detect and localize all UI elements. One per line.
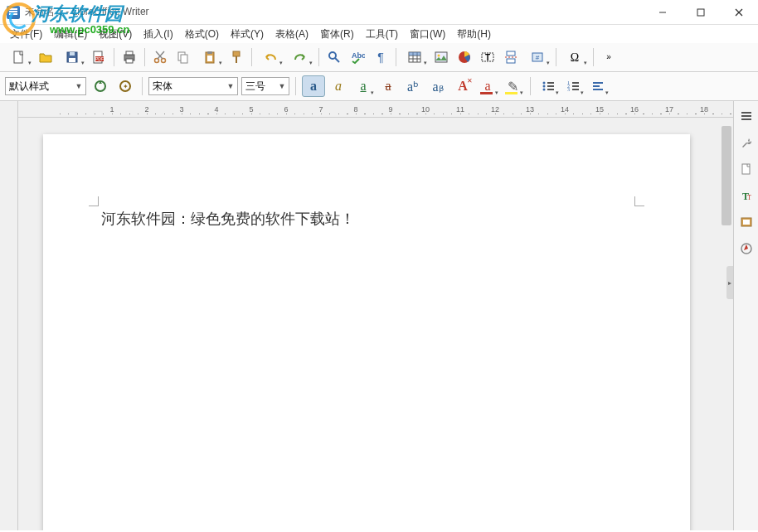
insert-special-char-button[interactable]: Ω — [561, 46, 589, 68]
insert-textbox-button[interactable]: T — [477, 46, 498, 68]
sidebar-gallery-button[interactable] — [736, 212, 756, 232]
new-style-button[interactable]: ✦ — [114, 75, 136, 97]
number-list-button[interactable]: 123 — [561, 75, 585, 97]
insert-image-button[interactable] — [430, 46, 452, 68]
menu-table[interactable]: 表格(A) — [270, 26, 313, 43]
svg-rect-21 — [233, 51, 240, 56]
toolbar-overflow[interactable]: » — [598, 46, 620, 68]
svg-point-34 — [438, 55, 440, 57]
svg-rect-38 — [507, 51, 515, 56]
bold-button[interactable]: a — [302, 75, 325, 97]
subscript-button[interactable]: aᵦ — [426, 75, 449, 97]
menu-view[interactable]: 视图(V) — [94, 26, 137, 43]
horizontal-ruler[interactable]: 123456789101112131415161718 — [18, 101, 733, 118]
ruler-tick: 9 — [373, 105, 408, 114]
undo-button[interactable] — [256, 46, 284, 68]
insert-pagebreak-button[interactable] — [500, 46, 522, 68]
svg-text:Ω: Ω — [571, 51, 579, 64]
sidebar-menu-button[interactable] — [736, 106, 756, 126]
font-size-combo[interactable]: ▼ — [241, 77, 289, 95]
menu-format[interactable]: 格式(O) — [180, 26, 224, 43]
vertical-scrollbar[interactable] — [720, 118, 733, 530]
svg-rect-22 — [236, 56, 237, 63]
close-button[interactable] — [720, 0, 758, 25]
ruler-tick: 8 — [338, 105, 373, 114]
minimize-button[interactable] — [644, 0, 682, 25]
chevron-down-icon[interactable]: ▼ — [275, 82, 289, 90]
italic-button[interactable]: a — [327, 75, 350, 97]
redo-button[interactable] — [286, 46, 314, 68]
menubar: 文件(F) 编辑(E) 视图(V) 插入(I) 格式(O) 样式(Y) 表格(A… — [0, 25, 758, 43]
svg-rect-20 — [207, 56, 212, 61]
document-body-text[interactable]: 河东软件园：绿色免费的软件下载站！ — [101, 209, 632, 229]
svg-point-49 — [543, 85, 546, 88]
open-button[interactable] — [35, 46, 56, 68]
menu-file[interactable]: 文件(F) — [5, 26, 47, 43]
insert-table-button[interactable] — [401, 46, 429, 68]
svg-rect-12 — [126, 51, 133, 55]
svg-text:T: T — [747, 194, 751, 201]
clear-format-button[interactable]: A✕ — [451, 75, 474, 97]
cut-button[interactable] — [149, 46, 171, 68]
sidebar-navigator-button[interactable] — [736, 239, 756, 259]
sidebar-wrench-button[interactable] — [736, 133, 756, 152]
chevron-down-icon[interactable]: ▼ — [224, 82, 237, 90]
highlight-button[interactable]: ✎ — [501, 75, 524, 97]
font-color-button[interactable]: a — [476, 75, 499, 97]
insert-chart-button[interactable] — [454, 46, 475, 68]
sidebar-collapse-handle[interactable] — [726, 266, 733, 299]
svg-text:PDF: PDF — [95, 56, 104, 61]
print-button[interactable] — [119, 46, 140, 68]
font-name-input[interactable] — [149, 78, 224, 94]
copy-button[interactable] — [172, 46, 194, 68]
svg-rect-13 — [126, 59, 133, 63]
strike-button[interactable]: a — [377, 75, 400, 97]
svg-rect-32 — [409, 52, 420, 56]
ruler-tick: 6 — [269, 105, 304, 114]
align-button[interactable] — [586, 75, 610, 97]
underline-button[interactable]: a — [352, 75, 375, 97]
ruler-tick: 18 — [687, 105, 722, 114]
svg-text:✦: ✦ — [123, 83, 129, 90]
spellcheck-button[interactable]: Abc — [347, 46, 368, 68]
formatting-marks-button[interactable]: ¶ — [370, 46, 391, 68]
save-button[interactable] — [58, 46, 86, 68]
ruler-tick: 14 — [547, 105, 582, 114]
menu-styles[interactable]: 样式(Y) — [226, 26, 269, 43]
workspace: 123456789101112131415161718 河东软件园：绿色免费的软… — [0, 101, 758, 530]
clone-format-button[interactable] — [226, 46, 247, 68]
update-style-button[interactable] — [90, 75, 111, 97]
new-doc-button[interactable] — [5, 46, 33, 68]
menu-window[interactable]: 窗口(W) — [405, 26, 450, 43]
ruler-tick: 17 — [652, 105, 687, 114]
export-pdf-button[interactable]: PDF — [88, 46, 109, 68]
superscript-button[interactable]: aᵇ — [401, 75, 425, 97]
menu-help[interactable]: 帮助(H) — [452, 26, 496, 43]
font-size-input[interactable] — [242, 78, 275, 94]
paragraph-style-combo[interactable]: ▼ — [5, 77, 86, 95]
scrollbar-thumb[interactable] — [722, 126, 731, 225]
sidebar-text-style-button[interactable]: TT — [736, 186, 756, 206]
find-replace-button[interactable] — [323, 46, 345, 68]
svg-rect-70 — [743, 220, 750, 225]
menu-form[interactable]: 窗体(R) — [315, 26, 359, 43]
svg-text:Abc: Abc — [352, 51, 365, 60]
svg-rect-6 — [70, 52, 75, 56]
insert-field-button[interactable]: # — [523, 46, 551, 68]
menu-edit[interactable]: 编辑(E) — [49, 26, 92, 43]
ruler-tick: 13 — [513, 105, 547, 114]
maximize-button[interactable] — [682, 0, 720, 25]
svg-text:3: 3 — [567, 87, 570, 92]
chevron-down-icon[interactable]: ▼ — [72, 82, 85, 90]
document-area[interactable]: 河东软件园：绿色免费的软件下载站！ — [18, 118, 733, 530]
page[interactable]: 河东软件园：绿色免费的软件下载站！ — [43, 134, 690, 530]
menu-tools[interactable]: 工具(T) — [361, 26, 403, 43]
ruler-tick: 5 — [234, 105, 269, 114]
sidebar-page-button[interactable] — [736, 159, 756, 179]
font-name-combo[interactable]: ▼ — [148, 77, 238, 95]
bullet-list-button[interactable] — [537, 75, 560, 97]
paragraph-style-input[interactable] — [6, 78, 72, 94]
menu-insert[interactable]: 插入(I) — [138, 26, 177, 43]
paste-button[interactable] — [196, 46, 224, 68]
vertical-ruler[interactable] — [0, 101, 18, 530]
